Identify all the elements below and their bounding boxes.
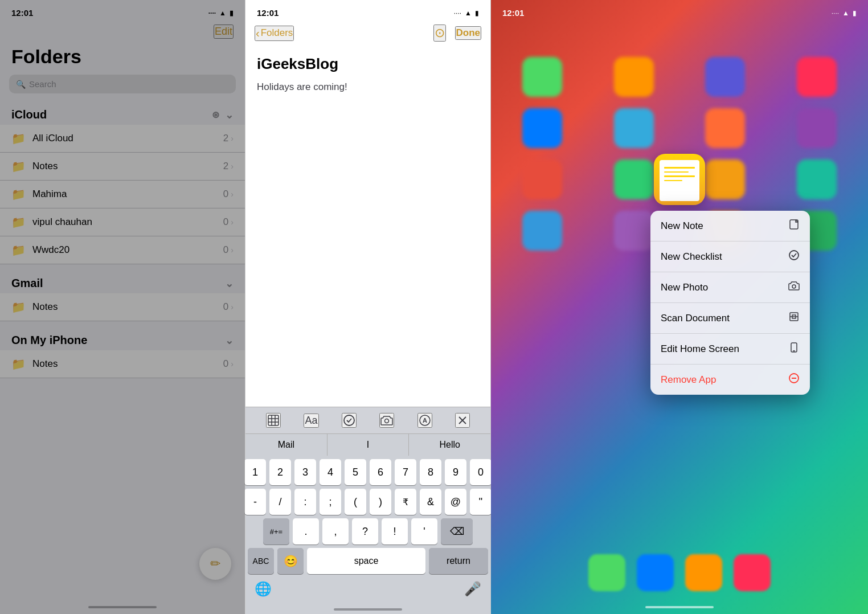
folder-item-vipul[interactable]: 📁 vipul chauhan 0 › [0, 208, 245, 236]
menu-item-edit-home-screen[interactable]: Edit Home Screen [650, 334, 810, 365]
dock-icon-4[interactable] [734, 554, 771, 591]
key-space[interactable]: space [307, 548, 425, 574]
key-ampersand[interactable]: & [420, 489, 441, 515]
close-keyboard-button[interactable] [455, 413, 470, 428]
new-note-icon [788, 219, 800, 233]
wifi-icon-2: ▲ [465, 9, 472, 17]
note-body[interactable]: Holidays are coming! [257, 80, 479, 95]
key-9[interactable]: 9 [445, 459, 466, 485]
key-slash[interactable]: / [269, 489, 291, 515]
on-my-iphone-expand-icon[interactable]: ⌄ [225, 334, 234, 347]
text-style-button[interactable]: A [417, 413, 432, 428]
globe-button[interactable]: 🌐 [255, 581, 272, 597]
battery-icon-3: ▮ [853, 9, 857, 17]
table-button[interactable] [266, 413, 281, 428]
folder-item-mahima[interactable]: 📁 Mahima 0 › [0, 181, 245, 208]
menu-item-new-photo[interactable]: New Photo [650, 272, 810, 303]
done-button[interactable]: Done [455, 26, 482, 40]
dock-icon-3[interactable] [685, 554, 722, 591]
status-icons-1: ···· ▲ ▮ [208, 9, 234, 17]
menu-item-scan-document[interactable]: Scan Document [650, 303, 810, 334]
note-body-text: Holidays are coming! [257, 81, 347, 92]
notes-icon-line-3 [664, 175, 695, 177]
key-8[interactable]: 8 [420, 459, 441, 485]
notes-icon-line-2 [664, 171, 689, 173]
menu-item-scan-document-label: Scan Document [661, 313, 730, 324]
folder-name-vipul: vipul chauhan [32, 216, 216, 228]
suggestion-mail[interactable]: Mail [245, 434, 327, 456]
notes-app-wrapper[interactable] [654, 154, 705, 205]
key-rupee[interactable]: ₹ [395, 489, 416, 515]
key-hashtag[interactable]: #+= [263, 518, 289, 545]
key-open-paren[interactable]: ( [345, 489, 366, 515]
key-abc[interactable]: ABC [248, 548, 274, 574]
more-button[interactable]: ⊙ [433, 24, 446, 42]
gmail-expand-icon[interactable]: ⌄ [225, 277, 234, 290]
folder-item-wwdc20[interactable]: 📁 Wwdc20 0 › [0, 236, 245, 264]
key-0[interactable]: 0 [470, 459, 492, 485]
key-dash[interactable]: - [244, 489, 266, 515]
folder-name-notes-on-my-iphone: Notes [32, 358, 216, 370]
key-7[interactable]: 7 [395, 459, 416, 485]
mic-button[interactable]: 🎤 [464, 581, 481, 597]
note-content[interactable]: iGeeksBlog Holidays are coming! [245, 46, 490, 407]
compose-button[interactable]: ✏ [199, 548, 231, 580]
section-on-my-iphone-label: On My iPhone [11, 334, 87, 347]
suggestion-i[interactable]: I [327, 434, 410, 456]
text-format-button[interactable]: Aa [304, 414, 318, 428]
panel-folders: 12:01 ···· ▲ ▮ Edit Folders 🔍 Search iCl… [0, 0, 245, 614]
menu-item-new-checklist[interactable]: New Checklist [650, 241, 810, 272]
key-quote[interactable]: " [470, 489, 492, 515]
key-1[interactable]: 1 [244, 459, 266, 485]
battery-icon-2: ▮ [475, 9, 479, 17]
menu-item-new-checklist-label: New Checklist [661, 251, 722, 263]
key-colon[interactable]: : [294, 489, 316, 515]
svg-point-13 [789, 251, 799, 260]
icloud-expand-icon[interactable]: ⌄ [225, 109, 234, 121]
signal-icon-2: ···· [454, 9, 461, 17]
search-placeholder: Search [29, 79, 56, 89]
key-2[interactable]: 2 [269, 459, 291, 485]
search-bar[interactable]: 🔍 Search [9, 75, 236, 93]
section-gmail-label: Gmail [11, 277, 43, 290]
key-period[interactable]: . [293, 518, 319, 545]
dock-area [491, 554, 868, 591]
format-toolbar: Aa A [245, 407, 490, 433]
camera-button[interactable] [379, 413, 394, 428]
edit-button[interactable]: Edit [214, 24, 234, 39]
key-emoji[interactable]: 😊 [277, 548, 304, 574]
folder-item-all-icloud[interactable]: 📁 All iCloud 2 › [0, 125, 245, 153]
key-apostrophe[interactable]: ' [411, 518, 437, 545]
key-comma[interactable]: , [322, 518, 349, 545]
key-exclaim[interactable]: ! [382, 518, 408, 545]
suggestion-hello[interactable]: Hello [409, 434, 490, 456]
key-3[interactable]: 3 [294, 459, 316, 485]
dock-icon-2[interactable] [637, 554, 674, 591]
key-4[interactable]: 4 [320, 459, 341, 485]
nav-bar-editor: ‹ Folders ⊙ Done [245, 22, 490, 46]
key-return[interactable]: return [429, 548, 488, 574]
key-5[interactable]: 5 [345, 459, 366, 485]
signal-icon-1: ···· [208, 9, 216, 17]
checklist-button[interactable] [342, 413, 357, 428]
dock-icon-1[interactable] [588, 554, 625, 591]
key-close-paren[interactable]: ) [370, 489, 391, 515]
key-question[interactable]: ? [352, 518, 378, 545]
folder-item-notes-on-my-iphone[interactable]: 📁 Notes 0 › [0, 350, 245, 378]
menu-item-remove-app-label: Remove App [661, 374, 716, 386]
key-delete[interactable]: ⌫ [441, 518, 473, 545]
menu-item-edit-home-screen-label: Edit Home Screen [661, 343, 739, 355]
keyboard-bottom-row: 🌐 🎤 [248, 578, 488, 601]
folder-item-notes-gmail[interactable]: 📁 Notes 0 › [0, 293, 245, 321]
key-at[interactable]: @ [445, 489, 466, 515]
key-6[interactable]: 6 [370, 459, 391, 485]
home-indicator-2 [245, 604, 490, 614]
back-button[interactable]: ‹ Folders [255, 26, 294, 41]
folder-item-notes-icloud[interactable]: 📁 Notes 2 › [0, 153, 245, 181]
key-semicolon[interactable]: ; [320, 489, 341, 515]
menu-item-new-note[interactable]: New Note [650, 211, 810, 241]
menu-item-remove-app[interactable]: Remove App [650, 365, 810, 395]
folder-count-notes-on-my-iphone: 0 › [223, 358, 234, 370]
notes-app-icon[interactable] [654, 154, 705, 205]
status-time-3: 12:01 [502, 8, 524, 18]
